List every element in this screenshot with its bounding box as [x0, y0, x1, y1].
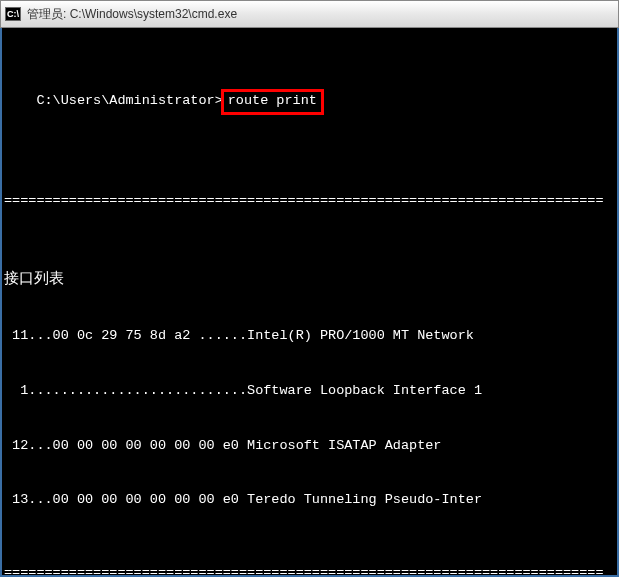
- interface-row: 1...........................Software Loo…: [4, 382, 615, 400]
- prompt-line: C:\Users\Administrator>route print: [4, 70, 615, 133]
- separator-line: ========================================…: [4, 192, 619, 210]
- interface-row: 11...00 0c 29 75 8d a2 ......Intel(R) PR…: [4, 327, 615, 345]
- interface-list-title: 接口列表: [4, 268, 615, 288]
- window-title: 管理员: C:\Windows\system32\cmd.exe: [27, 6, 237, 23]
- cmd-icon: C:\: [5, 7, 21, 21]
- interface-row: 12...00 00 00 00 00 00 00 e0 Microsoft I…: [4, 437, 615, 455]
- prompt-path: C:\Users\Administrator>: [36, 93, 222, 108]
- interface-row: 13...00 00 00 00 00 00 00 e0 Teredo Tunn…: [4, 491, 615, 509]
- terminal-output[interactable]: C:\Users\Administrator>route print =====…: [0, 28, 619, 577]
- separator-line: ========================================…: [4, 564, 619, 577]
- window-titlebar[interactable]: C:\ 管理员: C:\Windows\system32\cmd.exe: [0, 0, 619, 28]
- command-highlight: route print: [221, 89, 324, 115]
